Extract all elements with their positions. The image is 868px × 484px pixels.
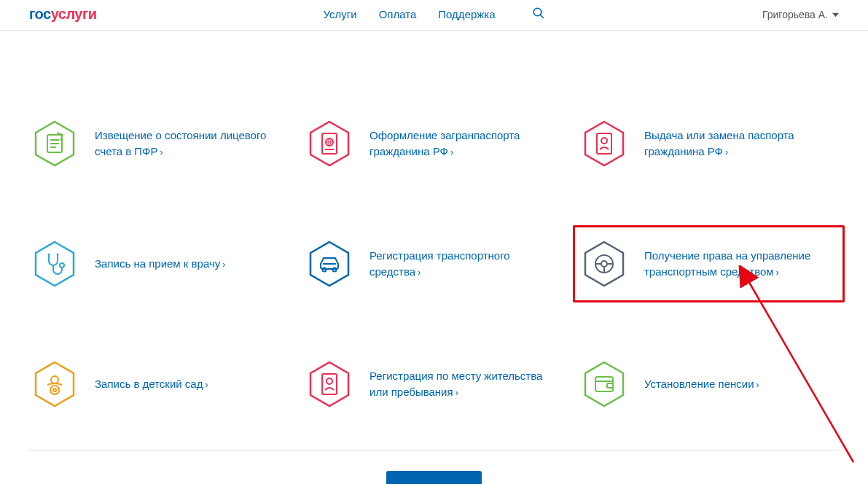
stethoscope-icon <box>33 242 77 286</box>
steering-wheel-icon <box>582 242 626 286</box>
chevron-icon: › <box>725 147 728 157</box>
service-driving-license[interactable]: Получение права на управление транспортн… <box>573 225 845 302</box>
wallet-icon <box>582 362 626 406</box>
service-label: Выдача или замена паспорта гражданина РФ… <box>644 128 835 160</box>
chevron-icon: › <box>756 380 759 390</box>
service-label: Запись в детский сад› <box>95 376 208 393</box>
svg-point-33 <box>53 389 56 391</box>
all-services-wrap: Все услуги <box>29 471 839 484</box>
svg-point-36 <box>327 378 332 384</box>
svg-marker-2 <box>832 12 839 16</box>
service-kindergarten[interactable]: Запись в детский сад› <box>29 359 289 410</box>
search-icon[interactable] <box>532 7 545 23</box>
chevron-icon: › <box>450 147 453 157</box>
chevron-icon: › <box>455 388 458 398</box>
svg-line-1 <box>540 15 544 18</box>
service-pfr-statement[interactable]: Извещение о состоянии лицевого счета в П… <box>29 118 289 169</box>
service-label: Запись на прием к врачу› <box>95 256 225 273</box>
nav-payment[interactable]: Оплата <box>379 8 417 20</box>
svg-marker-24 <box>585 242 623 286</box>
service-label: Оформление загранпаспорта гражданина РФ› <box>370 128 560 160</box>
pacifier-icon <box>33 362 77 406</box>
document-account-icon <box>33 122 77 165</box>
svg-point-32 <box>50 386 59 394</box>
service-foreign-passport[interactable]: Оформление загранпаспорта гражданина РФ› <box>304 118 564 169</box>
user-menu[interactable]: Григорьева А. <box>762 9 839 20</box>
all-services-button[interactable]: Все услуги <box>386 471 482 484</box>
services-grid: Извещение о состоянии лицевого счета в П… <box>29 118 839 410</box>
service-internal-passport[interactable]: Выдача или замена паспорта гражданина РФ… <box>579 118 839 169</box>
chevron-icon: › <box>205 380 208 390</box>
user-name: Григорьева А. <box>762 9 828 20</box>
logo-part2: услуги <box>51 6 97 22</box>
nav-support[interactable]: Поддержка <box>438 8 495 20</box>
svg-point-0 <box>533 8 541 16</box>
header: госуслуги Услуги Оплата Поддержка Григор… <box>0 0 868 31</box>
svg-point-17 <box>60 263 64 268</box>
service-residence[interactable]: Регистрация по месту жительства или преб… <box>304 359 564 410</box>
svg-point-18 <box>48 254 50 256</box>
service-label: Получение права на управление транспортн… <box>644 248 835 281</box>
passport-foreign-icon <box>308 122 351 165</box>
svg-marker-16 <box>36 242 74 286</box>
service-vehicle-registration[interactable]: Регистрация транспортного средства› <box>304 238 564 289</box>
logo-part1: гос <box>29 6 51 22</box>
passport-id-icon <box>308 362 351 406</box>
divider <box>29 450 839 450</box>
chevron-icon: › <box>776 268 779 278</box>
nav-services[interactable]: Услуги <box>323 8 356 20</box>
svg-marker-8 <box>310 122 348 165</box>
logo[interactable]: госуслуги <box>29 6 97 23</box>
svg-marker-37 <box>585 362 623 406</box>
service-label: Установление пенсии› <box>644 376 759 393</box>
service-pension[interactable]: Установление пенсии› <box>579 359 839 410</box>
service-doctor[interactable]: Запись на прием к врачу› <box>29 238 289 289</box>
svg-point-26 <box>601 261 607 267</box>
chevron-icon: › <box>160 147 163 157</box>
passport-icon <box>582 122 626 165</box>
service-label: Регистрация транспортного средства› <box>370 248 560 281</box>
car-icon <box>308 242 351 286</box>
svg-point-31 <box>51 376 58 383</box>
nav-center: Услуги Оплата Поддержка <box>323 7 544 23</box>
svg-point-19 <box>57 254 59 256</box>
dropdown-icon <box>832 9 839 20</box>
service-label: Извещение о состоянии лицевого счета в П… <box>95 128 286 160</box>
svg-rect-39 <box>607 383 613 388</box>
content: Извещение о состоянии лицевого счета в П… <box>0 31 868 484</box>
svg-rect-9 <box>322 133 337 154</box>
chevron-icon: › <box>418 268 421 278</box>
svg-point-15 <box>601 138 607 144</box>
service-label: Регистрация по месту жительства или преб… <box>370 368 560 401</box>
chevron-icon: › <box>222 259 225 270</box>
